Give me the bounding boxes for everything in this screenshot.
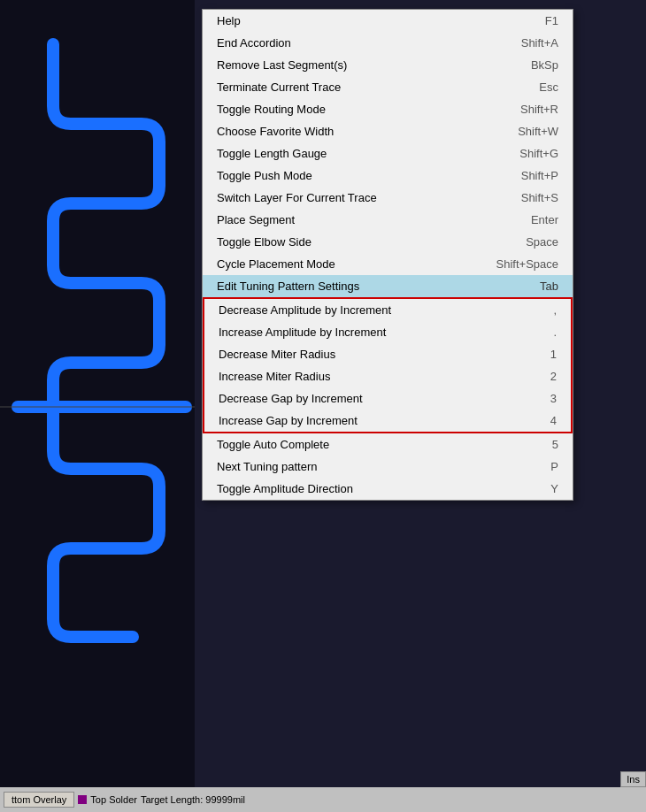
menu-label: Cycle Placement Mode <box>217 257 479 271</box>
menu-label: Toggle Routing Mode <box>217 103 479 116</box>
menu-shortcut: 4 <box>495 414 557 427</box>
menu-item-increase-amplitude-by-increment[interactable]: Increase Amplitude by Increment. <box>203 321 573 343</box>
target-length-label: Target Length: 99999mil <box>141 794 245 805</box>
menu-shortcut: , <box>495 303 557 317</box>
menu-item-end-accordion[interactable]: End AccordionShift+A <box>203 32 573 54</box>
menu-shortcut: 1 <box>495 348 557 361</box>
menu-item-decrease-amplitude-by-increment[interactable]: Decrease Amplitude by Increment, <box>203 297 573 321</box>
menu-shortcut: Space <box>496 235 558 249</box>
bottom-tab-overlay[interactable]: ttom Overlay <box>4 792 74 808</box>
menu-shortcut: Esc <box>496 80 558 94</box>
menu-shortcut: P <box>496 460 558 473</box>
menu-item-next-tuning-pattern[interactable]: Next Tuning patternP <box>203 456 573 478</box>
menu-label: Edit Tuning Pattern Settings <box>217 280 479 293</box>
menu-item-toggle-push-mode[interactable]: Toggle Push ModeShift+P <box>203 165 573 187</box>
menu-item-toggle-amplitude-direction[interactable]: Toggle Amplitude DirectionY <box>203 478 573 500</box>
menu-label: Place Segment <box>217 213 479 226</box>
menu-item-terminate-current-trace[interactable]: Terminate Current TraceEsc <box>203 76 573 98</box>
menu-label: Next Tuning pattern <box>217 460 479 473</box>
menu-label: Increase Amplitude by Increment <box>219 326 477 339</box>
menu-label: Toggle Elbow Side <box>217 235 479 249</box>
menu-label: Decrease Amplitude by Increment <box>219 303 477 317</box>
menu-label: Remove Last Segment(s) <box>217 58 479 72</box>
menu-item-place-segment[interactable]: Place SegmentEnter <box>203 209 573 231</box>
menu-shortcut: BkSp <box>496 58 558 72</box>
menu-item-edit-tuning-pattern-settings[interactable]: Edit Tuning Pattern SettingsTab <box>203 275 573 297</box>
menu-label: Switch Layer For Current Trace <box>217 191 479 204</box>
menu-shortcut: Enter <box>496 213 558 226</box>
solder-label: Top Solder <box>90 794 137 805</box>
menu-item-choose-favorite-width[interactable]: Choose Favorite WidthShift+W <box>203 120 573 142</box>
menu-label: End Accordion <box>217 36 479 50</box>
menu-label: Increase Gap by Increment <box>219 414 477 427</box>
menu-label: Decrease Gap by Increment <box>219 392 477 405</box>
menu-item-cycle-placement-mode[interactable]: Cycle Placement ModeShift+Space <box>203 253 573 275</box>
menu-label: Toggle Push Mode <box>217 169 479 182</box>
menu-shortcut: Shift+A <box>496 36 558 50</box>
menu-shortcut: Shift+W <box>496 125 558 138</box>
menu-shortcut: Tab <box>496 280 558 293</box>
ins-indicator: Ins <box>620 771 646 787</box>
menu-item-toggle-routing-mode[interactable]: Toggle Routing ModeShift+R <box>203 98 573 120</box>
menu-label: Toggle Amplitude Direction <box>217 482 479 495</box>
menu-item-decrease-miter-radius[interactable]: Decrease Miter Radius1 <box>203 343 573 365</box>
menu-label: Toggle Length Gauge <box>217 147 479 160</box>
menu-item-help[interactable]: HelpF1 <box>203 10 573 32</box>
menu-shortcut: Shift+R <box>496 103 558 116</box>
menu-label: Choose Favorite Width <box>217 125 479 138</box>
menu-shortcut: Shift+Space <box>496 257 558 271</box>
menu-item-decrease-gap-by-increment[interactable]: Decrease Gap by Increment3 <box>203 387 573 410</box>
menu-shortcut: Shift+S <box>496 191 558 204</box>
menu-shortcut: 5 <box>496 438 558 451</box>
menu-label: Increase Miter Radius <box>219 370 477 383</box>
menu-item-toggle-auto-complete[interactable]: Toggle Auto Complete5 <box>203 433 573 456</box>
menu-label: Help <box>217 14 479 27</box>
menu-shortcut: F1 <box>496 14 558 27</box>
menu-label: Decrease Miter Radius <box>219 348 477 361</box>
context-menu: HelpF1End AccordionShift+ARemove Last Se… <box>202 9 573 501</box>
menu-label: Toggle Auto Complete <box>217 438 479 451</box>
bottom-bar: ttom Overlay Top Solder Target Length: 9… <box>0 787 646 812</box>
menu-shortcut: Y <box>496 482 558 495</box>
solder-color-dot <box>78 795 87 804</box>
menu-item-increase-gap-by-increment[interactable]: Increase Gap by Increment4 <box>203 410 573 433</box>
menu-label: Terminate Current Trace <box>217 80 479 94</box>
solder-indicator: Top Solder <box>78 794 137 805</box>
menu-shortcut: 3 <box>495 392 557 405</box>
menu-shortcut: 2 <box>495 370 557 383</box>
overlay-tab-label: ttom Overlay <box>12 794 66 805</box>
menu-item-toggle-length-gauge[interactable]: Toggle Length GaugeShift+G <box>203 142 573 165</box>
menu-item-toggle-elbow-side[interactable]: Toggle Elbow SideSpace <box>203 231 573 253</box>
menu-item-switch-layer-for-current-trace[interactable]: Switch Layer For Current TraceShift+S <box>203 187 573 209</box>
menu-shortcut: Shift+G <box>496 147 558 160</box>
menu-shortcut: Shift+P <box>496 169 558 182</box>
menu-item-remove-last-segment(s)[interactable]: Remove Last Segment(s)BkSp <box>203 54 573 76</box>
menu-shortcut: . <box>495 326 557 339</box>
menu-item-increase-miter-radius[interactable]: Increase Miter Radius2 <box>203 365 573 387</box>
